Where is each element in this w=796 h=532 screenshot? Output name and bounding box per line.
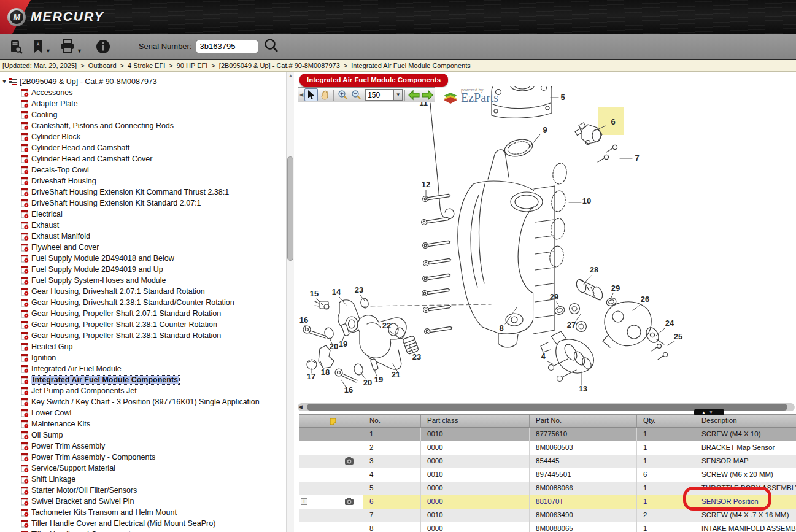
description-cell[interactable]: SCREW (M4 X .7 X 16 MM)	[695, 509, 796, 522]
callout-number-16[interactable]: 16	[299, 315, 308, 325]
part-class-cell[interactable]: 0000	[421, 522, 530, 532]
expand-row-icon[interactable]: +	[301, 498, 307, 505]
callout-number-5[interactable]: 5	[560, 93, 565, 102]
qty-cell[interactable]: 1	[637, 522, 695, 532]
part-number-cell[interactable]: 4	[363, 468, 421, 482]
tree-item-maintenance-kits[interactable]: Maintenance Kits	[0, 418, 284, 430]
tree-item-service-support-material[interactable]: Service/Support Material	[0, 463, 284, 474]
callout-number-24[interactable]: 24	[665, 318, 674, 328]
callout-number-25[interactable]: 25	[674, 332, 682, 341]
callout-number-29[interactable]: 29	[611, 283, 620, 293]
callout-number-21[interactable]: 21	[392, 370, 400, 379]
tree-item-gear-housing-propeller-shaft-2-38-1-stan[interactable]: Gear Housing, Propeller Shaft 2.38:1 Sta…	[0, 330, 284, 341]
tree-item-tachometer-kits-transom-and-helm-mount[interactable]: Tachometer Kits Transom and Helm Mount	[0, 507, 284, 518]
previous-diagram-button[interactable]	[407, 88, 420, 101]
zoom-in-button[interactable]	[336, 88, 349, 101]
catalog-search-icon[interactable]	[9, 39, 23, 54]
callout-number-9[interactable]: 9	[543, 125, 547, 134]
part-number-cell[interactable]: 6	[363, 495, 421, 509]
pane-splitter-handle[interactable]: ▲▼	[694, 409, 724, 415]
description-cell[interactable]: SENSOR Position	[695, 495, 796, 509]
part-class-cell[interactable]: 0010	[421, 468, 530, 482]
bookmark-dropdown-caret[interactable]: ▼	[45, 48, 51, 54]
scroll-left-arrow-icon[interactable]: ◀	[298, 404, 303, 410]
column-header-No.[interactable]: No.	[363, 415, 421, 428]
tree-item-power-trim-assembly-components[interactable]: Power Trim Assembly - Components	[0, 452, 284, 463]
part-number-cell[interactable]: 5	[363, 482, 421, 495]
part-no-cell[interactable]: 8M0088066	[530, 482, 637, 495]
part-class-cell[interactable]: 0000	[421, 455, 530, 468]
tree-item-lower-cowl[interactable]: Lower Cowl	[0, 407, 284, 418]
description-cell[interactable]: INTAKE MANIFOLD ASSEMBLY	[695, 522, 796, 532]
tree-item-cylinder-head-and-camshaft-cover[interactable]: Cylinder Head and Camshaft Cover	[0, 153, 284, 164]
breadcrumb-link[interactable]: Outboard	[88, 62, 117, 69]
breadcrumb-link[interactable]: [Updated: Mar. 29, 2025]	[2, 62, 77, 69]
tree-item-gear-housing-propeller-shaft-2-07-1-stan[interactable]: Gear Housing, Propeller Shaft 2.07:1 Sta…	[0, 308, 284, 319]
tree-item-adapter-plate[interactable]: Adapter Plate	[0, 98, 284, 109]
toolbar-scroll-left-icon[interactable]: ◀	[298, 92, 304, 98]
column-header-Qty.[interactable]: Qty.	[637, 415, 695, 428]
callout-number-20[interactable]: 20	[363, 378, 372, 387]
serial-number-input[interactable]	[196, 40, 258, 53]
column-header-Part No.[interactable]: Part No.	[530, 415, 637, 428]
info-icon[interactable]	[96, 39, 110, 54]
sidebar-scrollbar[interactable]: ▲	[286, 72, 294, 532]
tree-item-fuel-supply-system-hoses-and-module[interactable]: Fuel Supply System-Hoses and Module	[0, 275, 284, 286]
tree-item-electrical[interactable]: Electrical	[0, 209, 284, 220]
part-class-cell[interactable]: 0010	[421, 428, 530, 441]
column-header-Part class[interactable]: Part class	[421, 415, 530, 428]
callout-number-27[interactable]: 27	[567, 320, 576, 330]
tree-item-driveshaft-housing-extension-kit-standar[interactable]: DriveShaft Housing Extension Kit Standar…	[0, 198, 284, 209]
tree-item-key-switch-key-chart-3-position-897716k0[interactable]: Key Switch / Key Chart - 3 Position (897…	[0, 396, 284, 407]
callout-number-29[interactable]: 29	[550, 292, 558, 301]
tree-item-cylinder-block[interactable]: Cylinder Block	[0, 131, 284, 142]
callout-number-19[interactable]: 19	[374, 375, 383, 384]
part-no-cell[interactable]: 854445	[530, 455, 637, 468]
description-cell[interactable]: SCREW (M4 X 10)	[695, 428, 796, 441]
callout-number-15[interactable]: 15	[310, 289, 319, 298]
camera-icon[interactable]	[344, 497, 354, 506]
camera-icon[interactable]	[344, 457, 354, 465]
tree-item-shift-linkage[interactable]: Shift Linkage	[0, 474, 284, 485]
part-class-cell[interactable]: 0000	[421, 495, 530, 509]
sidebar-scrollbar-thumb[interactable]	[287, 156, 293, 261]
part-class-cell[interactable]: 0000	[421, 482, 530, 495]
qty-cell[interactable]: 1	[637, 455, 695, 468]
part-class-cell[interactable]: 0000	[421, 441, 530, 455]
callout-number-16[interactable]: 16	[344, 385, 353, 395]
bookmark-icon[interactable]: ★ ▼	[32, 39, 51, 54]
callout-number-20[interactable]: 20	[330, 342, 338, 351]
tree-item-accessories[interactable]: Accessories	[0, 87, 284, 98]
breadcrumb-link[interactable]: Integrated Air Fuel Module Components	[351, 62, 470, 69]
print-dropdown-caret[interactable]: ▼	[77, 48, 82, 54]
tree-item-exhaust-manifold[interactable]: Exhaust Manifold	[0, 231, 284, 242]
tree-item-crankshaft-pistons-and-connecting-rods[interactable]: Crankshaft, Pistons and Connecting Rods	[0, 120, 284, 131]
print-icon[interactable]: ▼	[60, 39, 82, 54]
part-no-cell[interactable]: 8M0060503	[530, 441, 637, 455]
column-header-Description[interactable]: Description	[695, 415, 796, 428]
part-row-1[interactable]: 10010877756101SCREW (M4 X 10)	[299, 428, 796, 441]
description-cell[interactable]: BRACKET Map Sensor	[695, 441, 796, 455]
tree-item-heated-grip[interactable]: Heated Grip	[0, 341, 284, 352]
zoom-out-button[interactable]	[349, 88, 363, 101]
qty-cell[interactable]: 1	[637, 495, 695, 509]
tree-item-gear-housing-propeller-shaft-2-38-1-coun[interactable]: Gear Housing, Propeller Shaft 2.38:1 Cou…	[0, 319, 284, 330]
part-row-4[interactable]: 400108974455016SCREW (M6 x 20 MM)	[299, 468, 796, 482]
tree-item-fuel-supply-module-2b494019-and-up[interactable]: Fuel Supply Module 2B494019 and Up	[0, 264, 284, 275]
part-no-cell[interactable]: 8M0063490	[530, 509, 637, 522]
tree-item-driveshaft-housing-extension-kit-command[interactable]: DriveShaft Housing Extension Kit Command…	[0, 187, 284, 198]
zoom-level-input[interactable]	[365, 89, 394, 101]
tree-item-tiller-handle-and-components[interactable]: Tiller Handle and Components	[0, 529, 284, 532]
qty-cell[interactable]: 1	[637, 428, 695, 441]
part-number-cell[interactable]: 3	[363, 455, 421, 468]
callout-number-6[interactable]: 6	[611, 117, 615, 126]
callout-number-12[interactable]: 12	[422, 180, 430, 189]
callout-number-28[interactable]: 28	[590, 265, 598, 274]
part-no-cell[interactable]: 87775610	[530, 428, 637, 441]
tree-item-cooling[interactable]: Cooling	[0, 109, 284, 120]
tree-item-gear-housing-driveshaft-2-07-1-standard-[interactable]: Gear Housing, Driveshaft 2.07:1 Standard…	[0, 286, 284, 297]
part-number-cell[interactable]: 1	[363, 428, 421, 441]
pan-hand-button[interactable]	[318, 88, 331, 101]
callout-number-13[interactable]: 13	[579, 384, 587, 393]
tree-item-exhaust[interactable]: Exhaust	[0, 220, 284, 231]
